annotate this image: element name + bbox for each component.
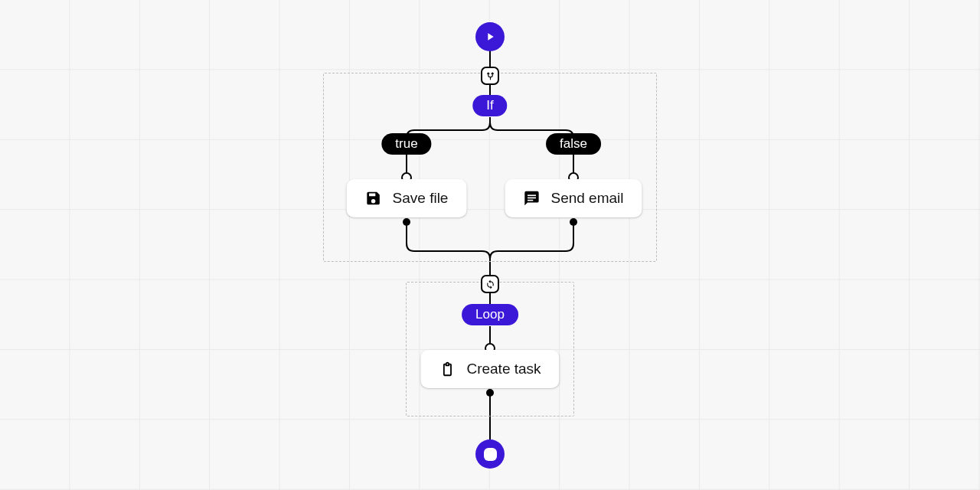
false-branch-label: false bbox=[546, 133, 601, 155]
if-node[interactable]: If bbox=[472, 95, 507, 116]
save-file-output-port[interactable] bbox=[403, 218, 410, 226]
send-email-node[interactable]: Send email bbox=[505, 179, 642, 217]
loop-icon bbox=[485, 279, 495, 289]
create-task-node[interactable]: Create task bbox=[420, 350, 559, 388]
branch-icon bbox=[485, 71, 495, 81]
message-icon bbox=[523, 190, 540, 207]
loop-icon-box[interactable] bbox=[481, 275, 499, 293]
start-node[interactable] bbox=[475, 22, 505, 51]
workflow-canvas[interactable]: If true false Save file Send email Loop … bbox=[0, 0, 980, 490]
svg-rect-1 bbox=[528, 198, 536, 199]
svg-rect-0 bbox=[528, 194, 536, 196]
save-icon bbox=[365, 190, 382, 207]
play-icon bbox=[484, 31, 496, 43]
save-file-node[interactable]: Save file bbox=[347, 179, 467, 217]
branch-icon-box[interactable] bbox=[481, 67, 499, 85]
send-email-label: Send email bbox=[550, 190, 623, 207]
true-branch-label: true bbox=[381, 133, 431, 155]
loop-node[interactable]: Loop bbox=[462, 304, 518, 325]
clipboard-icon bbox=[439, 361, 456, 377]
create-task-label: Create task bbox=[466, 361, 541, 377]
stop-icon bbox=[484, 448, 497, 461]
svg-rect-2 bbox=[528, 200, 533, 201]
create-task-output-port[interactable] bbox=[486, 389, 494, 397]
save-file-label: Save file bbox=[393, 190, 449, 207]
send-email-output-port[interactable] bbox=[570, 218, 577, 226]
end-node[interactable] bbox=[475, 439, 505, 469]
